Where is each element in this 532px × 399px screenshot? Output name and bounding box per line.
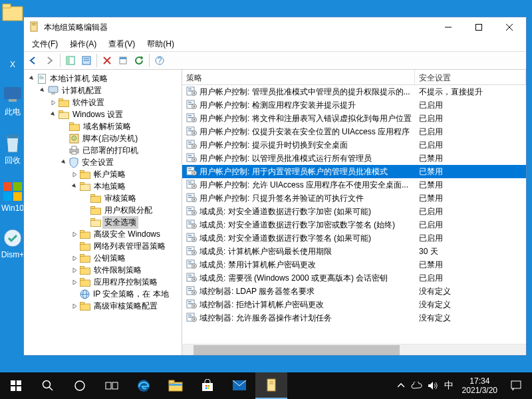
show-hide-tree-button[interactable] [63, 53, 78, 68]
volume-icon[interactable] [425, 372, 441, 399]
export-list-button[interactable] [79, 53, 94, 68]
menu-file[interactable]: 文件(F) [27, 37, 63, 51]
search-button[interactable] [32, 372, 64, 399]
chevron-icon[interactable] [70, 254, 78, 262]
tree-item[interactable]: Windows 设置 [28, 108, 182, 120]
tree-item[interactable]: 公钥策略 [28, 252, 182, 264]
policy-row[interactable]: 用户帐户控制: 允许 UIAccess 应用程序在不使用安全桌面...已禁用 [182, 178, 526, 192]
desktop-icon[interactable]: X [1, 37, 25, 69]
policy-row[interactable]: 域成员: 对安全通道数据进行数字加密或数字签名 (始终)已启用 [182, 218, 526, 231]
tree-item[interactable]: 安全设置 [28, 156, 182, 168]
properties-button[interactable] [116, 53, 130, 68]
policy-row[interactable]: 用户帐户控制: 提示提升时切换到安全桌面已启用 [182, 138, 526, 152]
tree-item[interactable]: 软件设置 [28, 96, 182, 108]
tree-item[interactable]: ⚙脚本(启动/关机) [28, 132, 182, 144]
desktop-icon[interactable] [1, 1, 25, 23]
desktop-icon[interactable]: 回收 [1, 132, 25, 166]
taskview-button[interactable] [96, 372, 128, 399]
desktop-icon[interactable]: Dism+ [1, 227, 25, 259]
svg-rect-24 [120, 57, 126, 59]
edge-icon[interactable] [128, 372, 160, 399]
cortana-button[interactable] [64, 372, 96, 399]
mail-icon[interactable] [223, 372, 255, 399]
refresh-button[interactable] [132, 53, 146, 68]
policy-row[interactable]: 域成员: 需要强 (Windows 2000 或更高版本) 会话密钥已启用 [182, 271, 526, 285]
col-policy[interactable]: 策略 [182, 70, 415, 84]
svg-rect-158 [194, 319, 195, 321]
forward-button[interactable] [43, 53, 57, 68]
policy-row[interactable]: 用户帐户控制: 将文件和注册表写入错误虚拟化到每用户位置已启用 [182, 112, 526, 125]
delete-button[interactable] [100, 53, 114, 68]
svg-rect-68 [80, 302, 84, 304]
menu-help[interactable]: 帮助(H) [142, 37, 180, 51]
policy-row[interactable]: 用户帐户控制: 用于内置管理员帐户的管理员批准模式已禁用 [182, 165, 526, 178]
back-button[interactable] [27, 53, 41, 68]
menu-action[interactable]: 操作(A) [65, 37, 102, 51]
chevron-icon[interactable] [49, 98, 57, 106]
gpedit-task[interactable] [255, 372, 287, 399]
policy-row[interactable]: 域成员: 对安全通道数据进行数字签名 (如果可能)已启用 [182, 231, 526, 245]
minimize-button[interactable] [433, 17, 464, 37]
onedrive-icon[interactable] [409, 372, 425, 399]
help-button[interactable]: ? [152, 53, 167, 68]
taskbar-clock[interactable]: 17:34 2021/3/20 [457, 376, 503, 395]
policy-row[interactable]: 域成员: 计算机帐户密码最长使用期限30 天 [182, 245, 526, 258]
tree-item[interactable]: 安全选项 [28, 216, 182, 228]
svg-rect-116 [188, 210, 193, 211]
explorer-icon[interactable] [160, 372, 192, 399]
list-header[interactable]: 策略 安全设置 [182, 70, 526, 85]
menu-view[interactable]: 查看(V) [103, 37, 140, 51]
titlebar[interactable]: 本地组策略编辑器 [24, 17, 526, 37]
tree-item[interactable]: 高级安全 Windows [28, 228, 182, 240]
tree-item[interactable]: 本地计算机 策略 [28, 72, 182, 84]
svg-rect-101 [188, 170, 193, 172]
tree-item[interactable]: 域名解析策略 [28, 120, 182, 132]
chevron-icon[interactable] [70, 182, 78, 190]
chevron-icon[interactable] [70, 278, 78, 286]
tree-item[interactable]: 计算机配置 [28, 84, 182, 96]
tree-item[interactable]: IP 安全策略，在 本地 [28, 288, 182, 300]
chevron-icon[interactable] [28, 74, 36, 82]
store-icon[interactable] [192, 372, 223, 399]
tree-item[interactable]: 用户权限分配 [28, 204, 182, 216]
svg-rect-171 [169, 384, 182, 386]
h-scrollbar[interactable] [182, 344, 526, 355]
tray-chevron-icon[interactable] [393, 372, 409, 399]
maximize-button[interactable] [464, 17, 494, 37]
policy-row[interactable]: 域控制器: 允许服务器操作者计划任务没有定义 [182, 311, 526, 325]
chevron-icon[interactable] [70, 230, 78, 238]
policy-row[interactable]: 用户帐户控制: 检测应用程序安装并提示提升已启用 [182, 98, 526, 112]
tree-item[interactable]: 已部署的打印机 [28, 144, 182, 156]
desktop-icon[interactable]: 此电 [1, 84, 25, 118]
policy-row[interactable]: 域控制器: LDAP 服务器签名要求没有定义 [182, 285, 526, 298]
col-setting[interactable]: 安全设置 [415, 70, 526, 84]
tree-item[interactable]: 本地策略 [28, 180, 182, 192]
chevron-icon[interactable] [60, 158, 68, 166]
policy-row[interactable]: 用户帐户控制: 管理员批准模式中管理员的提升权限提示的...不提示，直接提升 [182, 85, 526, 98]
ime-indicator[interactable]: 中 [441, 372, 457, 399]
tree-item[interactable]: 高级审核策略配置 [28, 300, 182, 312]
desktop-icon[interactable]: Win10 [1, 181, 25, 213]
tree-item[interactable]: 审核策略 [28, 192, 182, 204]
policy-row[interactable]: 用户帐户控制: 仅提升安装在安全位置的 UIAccess 应用程序已启用 [182, 125, 526, 138]
chevron-icon[interactable] [70, 170, 78, 178]
close-button[interactable] [494, 17, 525, 37]
policy-row[interactable]: 域成员: 对安全通道数据进行数字加密 (如果可能)已启用 [182, 205, 526, 218]
action-center-icon[interactable] [503, 372, 529, 399]
chevron-icon[interactable] [49, 110, 57, 118]
chevron-icon[interactable] [70, 266, 78, 274]
tree-item[interactable]: 帐户策略 [28, 168, 182, 180]
tree-item[interactable]: 应用程序控制策略 [28, 276, 182, 288]
start-button[interactable] [0, 372, 32, 399]
policy-row[interactable]: 域成员: 禁用计算机帐户密码更改已禁用 [182, 258, 526, 271]
chevron-icon[interactable] [39, 86, 47, 94]
tree-pane[interactable]: 本地计算机 策略计算机配置软件设置Windows 设置域名解析策略⚙脚本(启动/… [24, 70, 182, 355]
policy-row[interactable]: 用户帐户控制: 只提升签名并验证的可执行文件已禁用 [182, 192, 526, 205]
list-body[interactable]: 用户帐户控制: 管理员批准模式中管理员的提升权限提示的...不提示，直接提升用户… [182, 85, 526, 344]
policy-row[interactable]: 用户帐户控制: 以管理员批准模式运行所有管理员已禁用 [182, 152, 526, 165]
chevron-icon[interactable] [70, 302, 78, 310]
tree-item[interactable]: 网络列表管理器策略 [28, 240, 182, 252]
tree-item[interactable]: 软件限制策略 [28, 264, 182, 276]
tree-label: 已部署的打印机 [80, 144, 140, 157]
policy-row[interactable]: 域控制器: 拒绝计算机帐户密码更改没有定义 [182, 298, 526, 311]
